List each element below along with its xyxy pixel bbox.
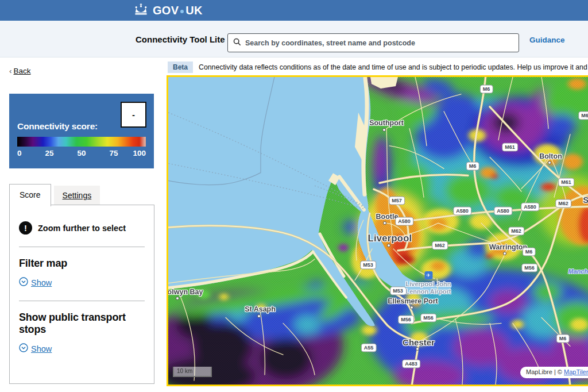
crown-icon — [133, 3, 149, 18]
legend-tick: 75 — [109, 149, 118, 157]
transport-show-toggle[interactable]: Show — [19, 343, 52, 354]
chevron-down-circle-icon — [19, 277, 28, 288]
score-panel-title: Connectivity score: — [17, 121, 98, 132]
logo-dot — [180, 10, 184, 13]
zoom-warning-text: Zoom further to select — [38, 224, 126, 233]
tab-settings[interactable]: Settings — [54, 186, 100, 205]
govuk-header: GOVUK — [0, 0, 588, 21]
exclamation-icon: ! — [19, 221, 32, 235]
map-attribution: MapLibre | © MapTiler © OpenStreetMap — [520, 367, 588, 378]
chevron-left-icon: ‹ — [9, 67, 12, 75]
legend-tick: 0 — [17, 149, 22, 157]
score-tab-panel: ! Zoom further to select Filter map Show… — [9, 205, 154, 384]
beta-tag: Beta — [168, 62, 193, 73]
govuk-logotype: GOVUK — [153, 4, 203, 17]
divider — [19, 247, 145, 247]
maptiler-link[interactable]: MapTiler — [564, 368, 588, 375]
legend-tick: 100 — [133, 149, 146, 157]
search-icon — [233, 38, 241, 48]
map-scale-bar: 10 km — [173, 367, 212, 377]
search-input[interactable] — [245, 39, 513, 47]
connectivity-heatmap[interactable]: SouthportBootleLiverpoolWarringtonBolton… — [167, 75, 588, 386]
toolbar: Connectivity Tool Lite Guidance — [0, 21, 588, 57]
legend-tick: 25 — [45, 149, 53, 157]
zoom-warning: ! Zoom further to select — [19, 221, 145, 235]
map-canvas[interactable] — [168, 77, 588, 385]
tab-score[interactable]: Score — [9, 184, 51, 206]
beta-message: Connectivity data reflects conditions as… — [199, 63, 588, 71]
filter-map-heading: Filter map — [19, 258, 145, 270]
score-value-box: - — [121, 102, 146, 128]
govuk-logo[interactable]: GOVUK — [133, 3, 203, 18]
guidance-link[interactable]: Guidance — [529, 36, 565, 44]
chevron-down-circle-icon — [19, 343, 28, 354]
tab-bar: Score Settings — [9, 184, 100, 206]
search-box[interactable] — [227, 33, 519, 52]
page-title: Connectivity Tool Lite — [136, 34, 225, 44]
legend-tick: 50 — [77, 149, 86, 157]
score-color-legend — [17, 137, 146, 147]
beta-banner: Beta Connectivity data reflects conditio… — [168, 60, 588, 75]
filter-show-toggle[interactable]: Show — [19, 277, 52, 288]
back-link[interactable]: ‹Back — [9, 67, 31, 75]
transport-stops-heading: Show public transport stops — [19, 312, 140, 336]
connectivity-score-panel: Connectivity score: - 0255075100 — [9, 94, 154, 168]
divider — [19, 301, 145, 301]
legend-tick-labels: 0255075100 — [17, 149, 146, 159]
